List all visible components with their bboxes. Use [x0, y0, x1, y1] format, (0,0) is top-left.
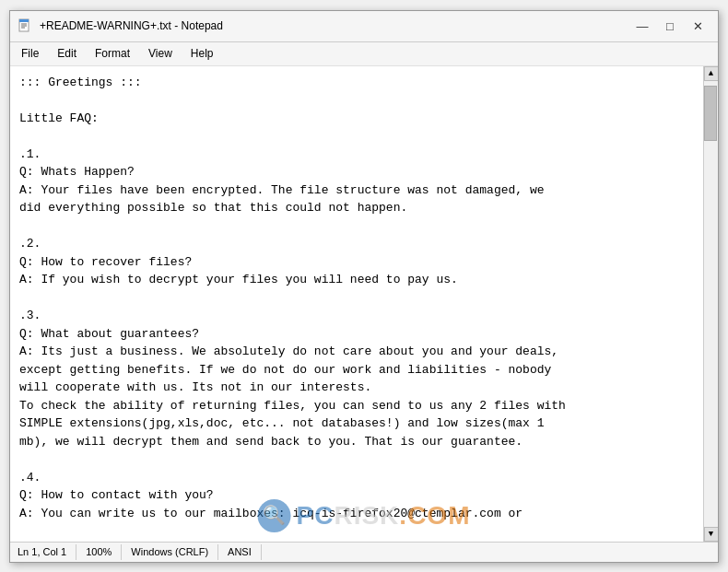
vertical-scrollbar[interactable]: ▲ ▼ — [703, 66, 718, 542]
notepad-icon — [18, 18, 32, 33]
title-bar: +README-WARNING+.txt - Notepad — □ ✕ — [10, 11, 718, 42]
window-title: +README-WARNING+.txt - Notepad — [40, 19, 223, 32]
text-editor[interactable]: ::: Greetings ::: Little FAQ: .1. Q: Wha… — [10, 66, 703, 542]
status-bar: Ln 1, Col 1 100% Windows (CRLF) ANSI — [10, 542, 718, 562]
menu-format[interactable]: Format — [88, 45, 137, 62]
svg-rect-1 — [19, 19, 29, 22]
scroll-track[interactable] — [704, 81, 718, 527]
editor-area: ::: Greetings ::: Little FAQ: .1. Q: Wha… — [10, 66, 718, 542]
scroll-thumb[interactable] — [704, 86, 717, 141]
menu-bar: File Edit Format View Help — [10, 42, 718, 66]
notepad-window: +README-WARNING+.txt - Notepad — □ ✕ Fil… — [9, 10, 719, 563]
title-bar-left: +README-WARNING+.txt - Notepad — [18, 18, 223, 33]
menu-edit[interactable]: Edit — [50, 45, 84, 62]
close-button[interactable]: ✕ — [685, 16, 710, 36]
encoding: ANSI — [218, 544, 262, 560]
minimize-button[interactable]: — — [629, 16, 655, 36]
zoom-level: 100% — [76, 544, 122, 560]
menu-file[interactable]: File — [14, 45, 46, 62]
menu-view[interactable]: View — [141, 45, 180, 62]
maximize-button[interactable]: □ — [657, 16, 683, 36]
scroll-down-arrow[interactable]: ▼ — [704, 527, 719, 542]
menu-help[interactable]: Help — [183, 45, 221, 62]
cursor-position: Ln 1, Col 1 — [18, 544, 76, 560]
scroll-up-arrow[interactable]: ▲ — [704, 66, 719, 81]
window-controls: — □ ✕ — [629, 16, 710, 36]
line-ending: Windows (CRLF) — [122, 544, 218, 560]
